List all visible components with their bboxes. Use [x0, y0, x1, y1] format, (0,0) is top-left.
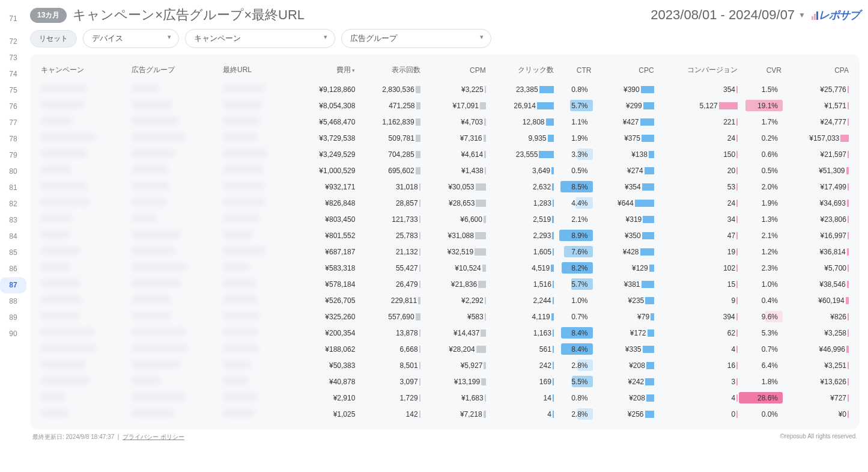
- table-row: ¥1,025142¥7,21842.8%¥25600.0%¥0: [38, 406, 851, 422]
- page-title: キャンペーン×広告グループ×最終URL: [73, 6, 645, 24]
- table-row: ¥932,17131,018¥30,0532,6328.5%¥354532.0%…: [38, 179, 851, 195]
- row-number: 74: [0, 66, 26, 82]
- row-number: 83: [0, 212, 26, 228]
- table-row: ¥1,000,529695,602¥1,4383,6490.5%¥274200.…: [38, 162, 851, 179]
- row-number: 73: [0, 50, 26, 66]
- col-header[interactable]: キャンペーン: [38, 61, 129, 81]
- table-row: ¥325,260557,690¥5834,1190.7%¥793949.6%¥8…: [38, 308, 851, 325]
- col-header[interactable]: 費用: [296, 61, 357, 81]
- row-number: 81: [0, 180, 26, 196]
- adgroup-select[interactable]: 広告グループ: [341, 29, 491, 48]
- row-number: 90: [0, 326, 26, 342]
- row-number: 77: [0, 115, 26, 131]
- logo: レポサブ: [812, 8, 860, 22]
- col-header[interactable]: コンバージョン: [657, 61, 740, 81]
- col-header[interactable]: CPA: [784, 61, 851, 81]
- table-row: ¥3,249,529704,285¥4,61423,5553.3%¥138150…: [38, 146, 851, 162]
- row-number: 78: [0, 131, 26, 147]
- table-row: ¥50,3838,501¥5,9272422.8%¥208166.4%¥3,25…: [38, 357, 851, 373]
- table-row: ¥578,18426,479¥21,8361,5165.7%¥381151.0%…: [38, 276, 851, 292]
- table-row: ¥3,729,538509,781¥7,3169,9351.9%¥375240.…: [38, 130, 851, 146]
- copyright: ©reposub All rights reserved.: [780, 433, 857, 441]
- reset-button[interactable]: リセット: [30, 30, 77, 48]
- device-select[interactable]: デバイス: [83, 29, 179, 48]
- table-row: ¥826,84828,857¥28,6531,2834.4%¥644241.9%…: [38, 195, 851, 211]
- table-row: ¥188,0626,668¥28,2045618.4%¥33540.7%¥46,…: [38, 341, 851, 357]
- row-number: 84: [0, 228, 26, 245]
- last-updated: 最終更新日: 2024/9/8 18:47:37: [32, 434, 114, 440]
- col-header[interactable]: クリック数: [488, 61, 556, 81]
- col-header[interactable]: 表示回数: [357, 61, 422, 81]
- row-number: 82: [0, 196, 26, 212]
- table-row: ¥8,054,308471,258¥17,09126,9145.7%¥2995,…: [38, 97, 851, 114]
- row-number: 80: [0, 164, 26, 180]
- row-number: 88: [0, 293, 26, 310]
- table-row: ¥9,128,8602,830,536¥3,22523,3850.8%¥3903…: [38, 81, 851, 97]
- table-row: ¥583,31855,427¥10,5244,5198.2%¥1291022.3…: [38, 260, 851, 276]
- col-header[interactable]: CPC: [594, 61, 657, 81]
- table-row: ¥40,8783,097¥13,1991695.5%¥24231.8%¥13,6…: [38, 373, 851, 390]
- col-header[interactable]: CVR: [740, 61, 784, 81]
- table-row: ¥526,705229,811¥2,2922,2441.0%¥23590.4%¥…: [38, 292, 851, 308]
- table-row: ¥687,18721,132¥32,5191,6057.6%¥428191.2%…: [38, 244, 851, 260]
- col-header[interactable]: CTR: [556, 61, 594, 81]
- chevron-down-icon: ▼: [798, 11, 806, 19]
- campaign-select[interactable]: キャンペーン: [185, 29, 335, 48]
- col-header[interactable]: 最終URL: [220, 61, 296, 81]
- data-table: キャンペーン広告グループ最終URL費用表示回数CPMクリック数CTRCPCコンバ…: [38, 61, 851, 422]
- period-badge: 13カ月: [30, 8, 67, 23]
- row-number: 85: [0, 245, 26, 261]
- table-row: ¥803,450121,733¥6,6002,5192.1%¥319341.3%…: [38, 211, 851, 227]
- row-number: 71: [0, 11, 26, 34]
- row-number: 75: [0, 82, 26, 99]
- table-row: ¥200,35413,878¥14,4371,1638.4%¥172625.3%…: [38, 325, 851, 341]
- table-row: ¥5,468,4701,162,839¥4,70312,8081.1%¥4272…: [38, 114, 851, 130]
- col-header[interactable]: CPM: [423, 61, 488, 81]
- date-range-picker[interactable]: 2023/08/01 - 2024/09/07 ▼: [651, 7, 806, 23]
- row-number: 79: [0, 147, 26, 164]
- privacy-link[interactable]: プライバシー ポリシー: [123, 434, 184, 440]
- table-row: ¥801,55225,783¥31,0882,2938.9%¥350472.1%…: [38, 227, 851, 244]
- row-number: 76: [0, 99, 26, 115]
- row-number: 87: [0, 277, 26, 293]
- table-row: ¥2,9101,729¥1,683140.8%¥208428.6%¥727: [38, 390, 851, 406]
- row-number: 86: [0, 261, 26, 277]
- col-header[interactable]: 広告グループ: [129, 61, 220, 81]
- row-number: 72: [0, 34, 26, 50]
- row-number: 89: [0, 310, 26, 326]
